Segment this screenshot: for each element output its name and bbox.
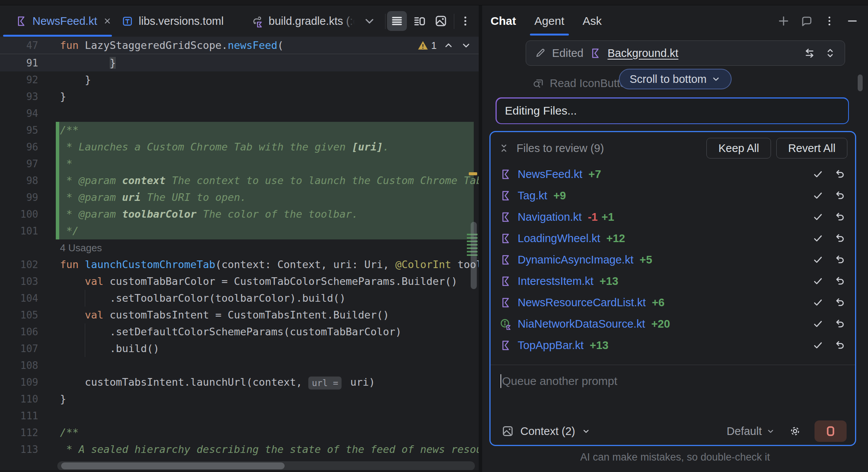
expand-collapse-icon[interactable]: [824, 47, 836, 59]
editor-tab-newsfeed[interactable]: NewsFeed.kt: [15, 5, 112, 37]
keep-file-button[interactable]: [812, 339, 824, 351]
code-line[interactable]: 108: [0, 357, 479, 374]
edited-file-card[interactable]: Edited Background.kt: [526, 40, 845, 66]
code-line[interactable]: 106 .setDefaultColorSchemeParams(customT…: [0, 323, 479, 340]
stop-button[interactable]: [815, 420, 847, 442]
keep-file-button[interactable]: [812, 168, 824, 180]
editor-code-rows[interactable]: 91 }92 }93}9495/**96 * Launches a Custom…: [0, 55, 479, 459]
keep-file-button[interactable]: [812, 254, 824, 265]
code-line[interactable]: 97 *: [0, 155, 479, 172]
revert-file-button[interactable]: [834, 297, 846, 308]
model-selector[interactable]: Default: [727, 425, 776, 438]
file-name-link[interactable]: LoadingWheel.kt: [518, 232, 600, 245]
code-line[interactable]: 92 }: [0, 71, 479, 88]
keep-file-button[interactable]: [812, 190, 824, 201]
tab-agent[interactable]: Agent: [534, 5, 564, 37]
file-name-link[interactable]: DynamicAsyncImage.kt: [518, 254, 633, 266]
editor-horizontal-scrollbar-thumb[interactable]: [61, 462, 285, 469]
editor-tab-libs-versions[interactable]: libs.versions.toml: [121, 5, 223, 37]
chat-options-kebab-icon[interactable]: [823, 15, 836, 27]
file-row[interactable]: NewsFeed.kt+7: [491, 163, 855, 185]
editor-vertical-scrollbar[interactable]: [471, 222, 477, 289]
tab-ask[interactable]: Ask: [583, 5, 602, 37]
code-line[interactable]: 96 * Launches a Custom Chrome Tab with t…: [0, 139, 479, 155]
revert-file-button[interactable]: [834, 339, 846, 351]
revert-file-button[interactable]: [834, 233, 846, 244]
code-line[interactable]: 101 */: [0, 223, 479, 239]
file-row[interactable]: Navigation.kt-1+1: [491, 206, 855, 228]
usages-inlay-hint[interactable]: 4 Usages: [60, 239, 102, 256]
file-name-link[interactable]: InterestsItem.kt: [518, 275, 593, 288]
attach-context-image-icon[interactable]: [501, 425, 514, 438]
revert-all-button[interactable]: Revert All: [776, 138, 847, 158]
revert-file-button[interactable]: [834, 211, 846, 223]
code-line[interactable]: 105 val customTabsIntent = CustomTabsInt…: [0, 307, 479, 323]
code-line[interactable]: 98 * @param context The context to use t…: [0, 172, 479, 189]
design-view-button[interactable]: [431, 11, 451, 31]
show-diff-icon[interactable]: [803, 47, 816, 59]
code-line[interactable]: 91 }: [0, 55, 479, 71]
keep-file-button[interactable]: [812, 297, 824, 308]
hide-panel-minus-icon[interactable]: [846, 15, 859, 27]
file-name-link[interactable]: Tag.kt: [518, 189, 547, 202]
chat-history-bubble-icon[interactable]: [800, 15, 813, 27]
code-line[interactable]: 103 val customTabBarColor = CustomTabCol…: [0, 273, 479, 290]
code-line[interactable]: 112/**: [0, 424, 479, 441]
keep-all-button[interactable]: Keep All: [706, 138, 771, 158]
pane-divider[interactable]: [479, 5, 482, 472]
code-line[interactable]: 102fun launchCustomChromeTab(context: Co…: [0, 256, 479, 273]
editor-options-kebab-icon[interactable]: [455, 11, 475, 31]
file-row[interactable]: DynamicAsyncImage.kt+5: [491, 249, 855, 270]
code-line[interactable]: 111: [0, 407, 479, 424]
revert-file-button[interactable]: [834, 190, 846, 201]
code-view-button[interactable]: [387, 11, 407, 31]
warning-icon[interactable]: 1: [417, 39, 437, 52]
code-line[interactable]: 4 Usages: [0, 239, 479, 256]
file-row[interactable]: Tag.kt+9: [491, 185, 855, 206]
gear-icon[interactable]: [789, 425, 802, 438]
tab-overflow-chevron-icon[interactable]: [363, 15, 376, 27]
chevron-down-icon[interactable]: [581, 426, 591, 436]
chat-scrollbar[interactable]: [858, 74, 863, 91]
previous-problem-chevron-icon[interactable]: [443, 40, 454, 51]
keep-file-button[interactable]: [812, 275, 824, 287]
file-name-link[interactable]: NewsFeed.kt: [518, 168, 582, 181]
revert-file-button[interactable]: [834, 168, 846, 180]
code-line[interactable]: 95/**: [0, 122, 479, 139]
file-row[interactable]: NewsResourceCardList.kt+6: [491, 292, 855, 313]
file-row[interactable]: InterestsItem.kt+13: [491, 270, 855, 292]
file-row[interactable]: LoadingWheel.kt+12: [491, 228, 855, 249]
revert-file-button[interactable]: [834, 254, 846, 265]
edited-file-link[interactable]: Background.kt: [607, 47, 678, 60]
file-row[interactable]: NiaNetworkDataSource.kt+20: [491, 313, 855, 335]
file-name-link[interactable]: TopAppBar.kt: [518, 339, 584, 352]
context-dropdown[interactable]: Context (2): [520, 425, 575, 438]
sticky-function-header[interactable]: 47 fun LazyStaggeredGridScope.newsFeed( …: [0, 37, 479, 54]
file-name-link[interactable]: NewsResourceCardList.kt: [518, 296, 646, 309]
code-line[interactable]: 104 .setToolbarColor(toolbarColor).build…: [0, 290, 479, 307]
new-chat-plus-icon[interactable]: [777, 15, 790, 27]
code-line[interactable]: 99 * @param uri The URI to open.: [0, 189, 479, 206]
prompt-input[interactable]: Queue another prompt: [491, 365, 855, 419]
scroll-to-bottom-button[interactable]: Scroll to bottom: [619, 69, 732, 89]
file-name-link[interactable]: NiaNetworkDataSource.kt: [518, 318, 645, 330]
code-line[interactable]: 107 .build(): [0, 340, 479, 357]
editor-horizontal-scrollbar-track[interactable]: [57, 461, 475, 470]
editor-tab-build-gradle[interactable]: build.gradle.kts (:c: [250, 5, 355, 37]
keep-file-button[interactable]: [812, 233, 824, 244]
keep-file-button[interactable]: [812, 211, 824, 223]
code-line[interactable]: 93}: [0, 88, 479, 105]
file-name-link[interactable]: Navigation.kt: [518, 211, 582, 223]
close-tab-icon[interactable]: [102, 16, 112, 26]
code-line[interactable]: 110}: [0, 391, 479, 407]
code-line[interactable]: 94: [0, 105, 479, 122]
file-row[interactable]: TopAppBar.kt+13: [491, 335, 855, 356]
next-problem-chevron-icon[interactable]: [460, 40, 472, 51]
code-line[interactable]: 100 * @param toolbarColor The color of t…: [0, 206, 479, 223]
code-line[interactable]: 109 customTabsIntent.launchUrl(context, …: [0, 374, 479, 391]
revert-file-button[interactable]: [834, 318, 846, 330]
code-line[interactable]: 113 * A sealed hierarchy describing the …: [0, 441, 479, 458]
keep-file-button[interactable]: [812, 318, 824, 330]
split-view-button[interactable]: [410, 11, 429, 31]
collapse-all-icon[interactable]: [498, 142, 510, 154]
